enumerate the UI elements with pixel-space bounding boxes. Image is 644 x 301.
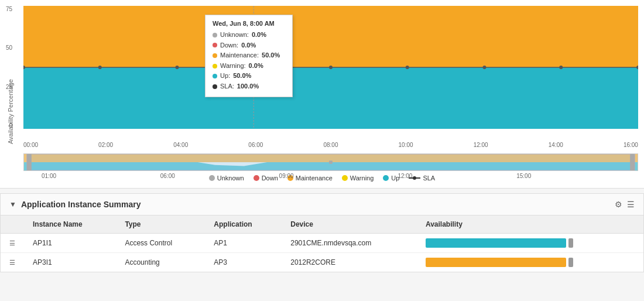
svg-rect-23 <box>27 154 32 170</box>
tooltip-dot-sla <box>213 84 217 89</box>
x-label-2: 04:00 <box>173 142 188 148</box>
cell-instance-ap1i1: AP1I1 <box>24 234 116 253</box>
x-label-0: 00:00 <box>23 142 38 148</box>
settings-icon[interactable]: ⚙ <box>615 200 622 209</box>
svg-marker-5 <box>23 6 638 67</box>
y-tick-0: 0 <box>9 122 13 129</box>
mini-x-4: 15:00 <box>516 173 531 179</box>
svg-point-13 <box>329 66 333 69</box>
avail-bar-end-2 <box>568 258 573 267</box>
instance-summary-table: Instance Name Type Application Device Av… <box>1 216 643 272</box>
tooltip-dot-down <box>213 43 217 47</box>
tooltip-row-down: Down: 0.0% <box>213 40 285 51</box>
y-tick-50: 50 <box>6 45 12 51</box>
tooltip-value-sla: 100.0% <box>237 81 259 92</box>
svg-rect-24 <box>630 154 635 170</box>
chart-tooltip: Wed, Jun 8, 8:00 AM Unknown: 0.0% Down: … <box>205 15 293 97</box>
tooltip-label-warning: Warning: <box>220 61 246 71</box>
tooltip-dot-maintenance <box>213 53 217 58</box>
cell-app-ap1i1: AP1 <box>205 234 282 253</box>
collapse-icon[interactable]: ▼ <box>9 200 16 208</box>
mini-x-2: 09:00 <box>279 173 294 179</box>
avail-bar-orange-2 <box>426 258 566 267</box>
tooltip-row-unknown: Unknown: 0.0% <box>213 30 285 40</box>
avail-bar-teal-1 <box>426 238 566 248</box>
table-header-row: Instance Name Type Application Device Av… <box>1 216 643 234</box>
x-label-3: 06:00 <box>248 142 263 148</box>
row-menu-icon-1[interactable]: ☰ <box>9 240 15 247</box>
x-label-6: 12:00 <box>474 142 488 148</box>
cell-app-ap3i1: AP3 <box>205 253 282 272</box>
svg-point-15 <box>483 66 487 69</box>
tooltip-value-maintenance: 50.0% <box>262 50 280 61</box>
tooltip-dot-up <box>213 74 217 78</box>
tooltip-row-sla: SLA: 100.0% <box>213 81 285 92</box>
chart-section: Availability Percentage 75 50 25 0 <box>0 0 644 189</box>
col-header-type[interactable]: Type <box>116 216 205 234</box>
svg-point-16 <box>559 66 563 69</box>
tooltip-row-warning: Warning: 0.0% <box>213 61 285 71</box>
svg-marker-6 <box>23 67 638 129</box>
tooltip-title: Wed, Jun 8, 8:00 AM <box>213 20 285 27</box>
avail-bar-container-1 <box>426 238 635 248</box>
tooltip-label-maintenance: Maintenance: <box>220 50 259 61</box>
tooltip-label-sla: SLA: <box>220 81 234 92</box>
col-header-device[interactable]: Device <box>282 216 417 234</box>
cell-avail-ap3i1 <box>417 253 643 272</box>
mini-x-1: 06:00 <box>160 173 175 179</box>
tooltip-value-warning: 0.0% <box>249 61 263 71</box>
tooltip-row-up: Up: 50.0% <box>213 71 285 81</box>
chart-container: Availability Percentage 75 50 25 0 <box>6 6 638 152</box>
table-row: ☰ AP1I1 Access Control AP1 2901CME.nmdev… <box>1 234 643 253</box>
cell-instance-ap3i1: AP3I1 <box>24 253 116 272</box>
svg-rect-25 <box>329 160 333 164</box>
col-header-instance-name[interactable]: Instance Name <box>24 216 116 234</box>
summary-title: Application Instance Summary <box>21 200 141 209</box>
chart-svg <box>23 6 638 129</box>
cell-device-ap3i1: 2012R2CORE <box>282 253 417 272</box>
tooltip-label-unknown: Unknown: <box>220 30 249 40</box>
tooltip-dot-warning <box>213 64 217 69</box>
table-row: ☰ AP3I1 Accounting AP3 2012R2CORE <box>1 253 643 272</box>
y-tick-labels: 75 50 25 0 <box>6 6 15 129</box>
mini-chart-container[interactable]: 01:00 06:00 09:00 12:00 15:00 <box>23 153 638 171</box>
row-menu-cell-2: ☰ <box>1 253 24 272</box>
svg-point-14 <box>406 66 409 69</box>
x-label-5: 10:00 <box>399 142 413 148</box>
cell-type-ap3i1: Accounting <box>116 253 205 272</box>
x-label-4: 08:00 <box>323 142 338 148</box>
header-actions: ⚙ ☰ <box>615 200 635 209</box>
avail-bar-container-2 <box>426 258 635 267</box>
tooltip-label-up: Up: <box>220 71 230 81</box>
cell-device-ap1i1: 2901CME.nmdevsqa.com <box>282 234 417 253</box>
summary-title-container: ▼ Application Instance Summary <box>9 200 141 209</box>
y-tick-75: 75 <box>6 6 12 12</box>
tooltip-label-down: Down: <box>220 40 238 51</box>
tooltip-value-up: 50.0% <box>233 71 251 81</box>
menu-icon[interactable]: ☰ <box>627 200 635 209</box>
x-axis-labels: 00:00 02:00 04:00 06:00 08:00 10:00 12:0… <box>23 141 638 149</box>
tooltip-value-unknown: 0.0% <box>252 30 266 40</box>
col-header-menu <box>1 216 24 234</box>
row-menu-icon-2[interactable]: ☰ <box>9 259 15 266</box>
x-label-8: 16:00 <box>624 142 638 148</box>
mini-x-start: 01:00 <box>42 173 56 179</box>
tooltip-row-maintenance: Maintenance: 50.0% <box>213 50 285 61</box>
avail-bar-end-1 <box>568 238 573 248</box>
row-menu-cell-1: ☰ <box>1 234 24 253</box>
cell-avail-ap1i1 <box>417 234 643 253</box>
x-label-1: 02:00 <box>98 142 113 148</box>
col-header-availability[interactable]: Availability <box>417 216 643 234</box>
mini-chart-svg <box>24 154 638 170</box>
tooltip-value-down: 0.0% <box>241 40 256 51</box>
mini-x-labels: 01:00 06:00 09:00 12:00 15:00 <box>24 172 638 180</box>
svg-point-9 <box>98 66 102 69</box>
x-label-7: 14:00 <box>549 142 563 148</box>
summary-header: ▼ Application Instance Summary ⚙ ☰ <box>1 194 643 216</box>
tooltip-dot-unknown <box>213 33 217 37</box>
main-chart-area: Wed, Jun 8, 8:00 AM Unknown: 0.0% Down: … <box>23 6 638 141</box>
legend-line-sla <box>409 177 420 179</box>
y-tick-25: 25 <box>6 84 12 90</box>
summary-section: ▼ Application Instance Summary ⚙ ☰ Insta… <box>0 193 644 272</box>
col-header-application[interactable]: Application <box>205 216 282 234</box>
